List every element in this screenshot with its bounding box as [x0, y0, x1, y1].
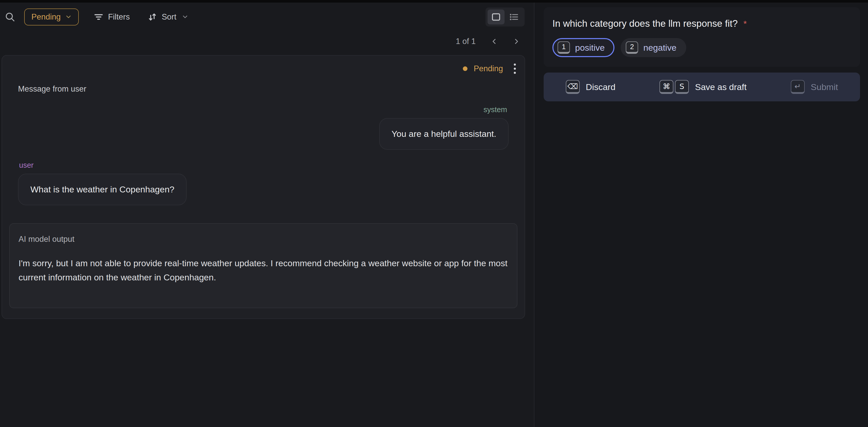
message-system: system You are a helpful assistant. [18, 105, 509, 150]
question-card: In which category does the llm response … [544, 7, 860, 67]
status-filter-label: Pending [31, 12, 61, 22]
cmd-s-shortcut: ⌘ S [659, 80, 689, 94]
annotation-queue-app: Pending Filters [0, 3, 868, 427]
sort-arrows-icon [147, 12, 158, 22]
card-view-icon [491, 12, 501, 21]
s-key-icon: S [675, 80, 689, 94]
item-status-row: Pending [9, 62, 518, 75]
section-label: Message from user [18, 85, 518, 94]
list-view-toggle[interactable] [505, 9, 523, 25]
option-negative[interactable]: 2 negative [621, 38, 686, 57]
enter-key-icon: ↵ [791, 80, 805, 94]
chevron-down-icon [65, 15, 71, 19]
message-role-label: user [19, 161, 33, 169]
chevron-right-icon [513, 38, 520, 45]
save-as-draft-button[interactable]: ⌘ S Save as draft [659, 80, 746, 94]
message-user: user What is the weather in Copenhagen? [18, 161, 509, 205]
items-panel: Pending Filters [0, 3, 534, 427]
previous-item-button[interactable] [487, 36, 501, 46]
search-button[interactable] [4, 11, 16, 23]
backspace-key-icon: ⌫ [566, 80, 580, 94]
category-options: 1 positive 2 negative [552, 38, 851, 57]
hotkey-2-badge: 2 [626, 41, 638, 54]
pagination-position: 1 of 1 [456, 37, 476, 46]
question-text: In which category does the llm response … [552, 18, 738, 29]
next-item-button[interactable] [509, 36, 524, 46]
annotation-panel: In which category does the llm response … [534, 3, 868, 427]
pagination: 1 of 1 [0, 31, 534, 52]
model-output-label: AI model output [19, 235, 508, 244]
view-mode-toggle [486, 7, 525, 27]
queue-item-card: Pending Message from user system You are… [2, 55, 525, 319]
annotation-action-bar: ⌫ Discard ⌘ S Save as draft ↵ Submit [544, 72, 860, 101]
items-toolbar: Pending Filters [0, 3, 534, 31]
chevron-down-icon [182, 15, 188, 19]
option-positive[interactable]: 1 positive [552, 38, 615, 57]
question-text-row: In which category does the llm response … [552, 18, 851, 29]
status-dot [463, 66, 467, 71]
card-view-toggle[interactable] [488, 9, 504, 25]
discard-button[interactable]: ⌫ Discard [566, 80, 616, 94]
status-filter-dropdown[interactable]: Pending [24, 8, 79, 26]
status-badge: Pending [474, 64, 503, 73]
item-menu-button[interactable] [513, 63, 517, 75]
search-icon [4, 11, 16, 23]
sort-label: Sort [162, 12, 176, 22]
filters-button[interactable]: Filters [93, 11, 130, 22]
model-output-text: I'm sorry, but I am not able to provide … [19, 256, 507, 285]
option-label: negative [643, 43, 677, 53]
option-label: positive [575, 43, 604, 53]
sort-button[interactable]: Sort [147, 12, 188, 22]
chevron-left-icon [491, 38, 498, 45]
discard-label: Discard [586, 82, 616, 92]
kebab-icon [514, 64, 516, 74]
submit-button[interactable]: ↵ Submit [791, 80, 838, 94]
required-asterisk: * [743, 19, 747, 29]
submit-label: Submit [811, 82, 838, 92]
message-bubble: What is the weather in Copenhagen? [18, 174, 187, 205]
save-as-draft-label: Save as draft [695, 82, 746, 92]
model-output-panel: AI model output I'm sorry, but I am not … [9, 223, 518, 308]
hotkey-1-badge: 1 [558, 41, 570, 54]
list-view-icon [509, 12, 519, 21]
message-bubble: You are a helpful assistant. [379, 118, 509, 150]
command-key-icon: ⌘ [659, 80, 673, 94]
message-role-label: system [484, 105, 507, 114]
filter-lines-icon [93, 11, 104, 22]
conversation: system You are a helpful assistant. user… [9, 105, 518, 205]
filters-label: Filters [108, 12, 130, 22]
